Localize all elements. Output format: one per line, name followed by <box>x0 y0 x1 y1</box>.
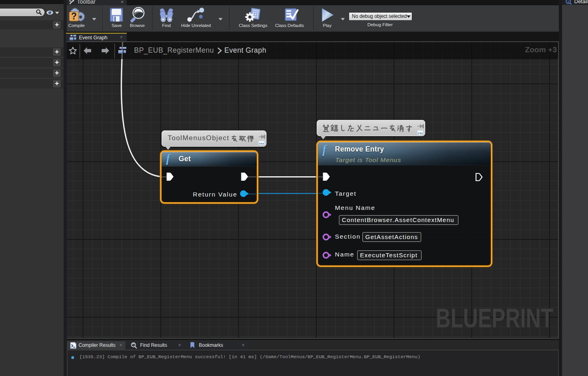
svg-text:?: ? <box>71 11 77 21</box>
svg-text:i: i <box>568 0 569 4</box>
